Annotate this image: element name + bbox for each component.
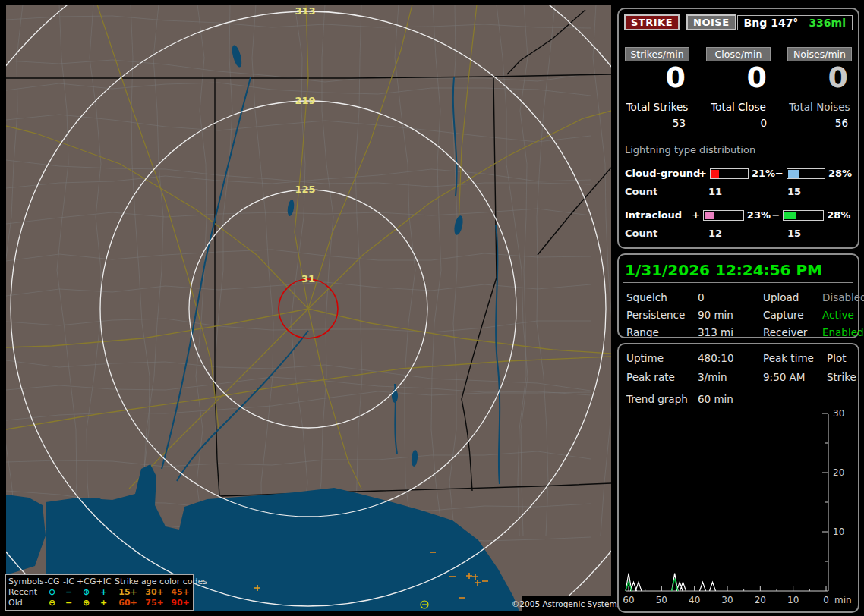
peak-time-value: 9:50 AM xyxy=(763,371,827,383)
receiver-status-panel: 1/31/2026 12:24:56 PM Squelch 0 Upload D… xyxy=(617,253,859,338)
distribution-title: Lightning type distribution xyxy=(625,144,852,159)
datetime-display: 1/31/2026 12:24:56 PM xyxy=(625,261,852,279)
legend-col-pic: +IC xyxy=(96,577,112,587)
session-grid: Uptime 480:10 Peak time Plot Peak rate 3… xyxy=(626,352,858,383)
intracloud-count-row: Count 12 15 xyxy=(625,228,852,239)
plus-icon: + xyxy=(96,598,112,608)
close-per-min-button[interactable]: Close/min xyxy=(706,47,771,61)
svg-text:min: min xyxy=(834,595,852,605)
peak-rate-label: Peak rate xyxy=(626,371,698,383)
map-legend: Symbols -CG -IC +CG +IC Strike age color… xyxy=(5,574,194,611)
plus-sign: + xyxy=(698,168,707,179)
minus-sign: − xyxy=(775,168,784,179)
intracloud-row: Intracloud + 23% − 28% xyxy=(625,209,852,221)
minus-sign: − xyxy=(772,209,780,221)
peak-rate-value: 3/min xyxy=(698,371,763,383)
strikes-per-min-button[interactable]: Strikes/min xyxy=(625,47,689,61)
persistence-value: 90 min xyxy=(698,309,763,321)
lightning-map[interactable]: 313 219 125 31 Symbols -CG -IC +CG +IC S… xyxy=(6,5,611,611)
lightning-distribution: Lightning type distribution Cloud-ground… xyxy=(625,144,852,239)
cloud-ground-label: Cloud-ground xyxy=(625,168,698,179)
svg-text:30: 30 xyxy=(833,408,844,419)
noise-mode-button[interactable]: NOISE xyxy=(686,14,736,30)
svg-text:30: 30 xyxy=(721,595,733,605)
circle-plus-icon: ⊕ xyxy=(77,587,96,598)
ic-count-label: Count xyxy=(625,228,708,239)
plot-label: Plot xyxy=(827,352,858,364)
total-strikes-label: Total Strikes xyxy=(625,101,689,113)
capture-label: Capture xyxy=(763,309,822,321)
copyright-notice: ©2005 Astrogenic Systems xyxy=(522,596,611,611)
trend-window-value: 60 min xyxy=(698,393,733,405)
plot-mode-value: Strike xyxy=(827,371,858,383)
cg-positive-count: 11 xyxy=(708,186,787,197)
cloud-ground-row: Cloud-ground + 21% − 28% xyxy=(625,168,852,179)
age-15: 15+ xyxy=(115,587,141,598)
rate-counters: Strikes/min 0 Total Strikes 53 Close/min… xyxy=(625,47,852,129)
nexstorm-window: 313 219 125 31 Symbols -CG -IC +CG +IC S… xyxy=(0,0,864,616)
svg-text:0: 0 xyxy=(823,595,829,605)
strikes-counter-column: Strikes/min 0 Total Strikes 53 xyxy=(625,47,689,129)
svg-text:60: 60 xyxy=(623,595,634,605)
legend-col-pcg: +CG xyxy=(77,577,96,587)
ic-positive-pct: 23% xyxy=(747,209,772,221)
legend-col-ncg: -CG xyxy=(43,577,61,587)
circle-minus-icon: ⊖ xyxy=(43,587,61,598)
legend-age-header: Strike age color codes xyxy=(112,577,193,587)
ic-positive-bar xyxy=(703,210,744,221)
svg-text:40: 40 xyxy=(689,595,700,605)
range-label-31: 31 xyxy=(301,273,315,284)
legend-symbols-header: Symbols xyxy=(8,577,43,587)
upload-value: Disabled xyxy=(822,291,864,303)
age-60: 60+ xyxy=(115,598,141,608)
ic-negative-bar xyxy=(783,210,824,221)
total-close-label: Total Close xyxy=(706,101,771,113)
ic-positive-count: 12 xyxy=(708,228,787,239)
age-45: 45+ xyxy=(168,587,193,598)
ic-negative-count: 15 xyxy=(787,228,801,239)
svg-text:10: 10 xyxy=(787,595,799,605)
legend-col-nic: -IC xyxy=(61,577,77,587)
trend-graph-chart: 1020300102030405060min xyxy=(619,407,859,611)
noises-per-min-button[interactable]: Noises/min xyxy=(787,47,852,61)
total-strikes-value: 53 xyxy=(625,117,689,129)
svg-text:20: 20 xyxy=(755,595,766,605)
cg-negative-bar xyxy=(787,168,825,179)
strike-mode-button[interactable]: STRIKE xyxy=(624,14,680,30)
squelch-label: Squelch xyxy=(626,291,698,303)
legend-recent-row: Recent ⊖ − ⊕ + 15+ 30+ 45+ xyxy=(8,587,191,598)
age-90: 90+ xyxy=(168,598,193,608)
upload-label: Upload xyxy=(763,291,822,303)
svg-text:50: 50 xyxy=(656,595,667,605)
svg-text:10: 10 xyxy=(833,526,844,537)
plus-sign: + xyxy=(692,209,700,221)
cg-negative-pct: 28% xyxy=(828,168,852,179)
cg-count-label: Count xyxy=(625,186,708,197)
squelch-value: 0 xyxy=(698,291,763,303)
age-75: 75+ xyxy=(141,598,168,608)
range-value: 313 mi xyxy=(698,326,763,338)
peak-time-label: Peak time xyxy=(763,352,827,364)
trend-graph-row: Trend graph 60 min xyxy=(626,393,858,405)
circle-plus-icon: ⊕ xyxy=(77,598,96,608)
receiver-value: Enabled xyxy=(822,326,864,338)
strikes-rate-value: 0 xyxy=(625,63,689,92)
total-noises-label: Total Noises xyxy=(787,101,852,113)
cg-positive-pct: 21% xyxy=(752,168,775,179)
map-canvas[interactable]: 313 219 125 31 xyxy=(6,5,611,611)
minus-icon: − xyxy=(61,587,77,598)
status-grid: Squelch 0 Upload Disabled Persistence 90… xyxy=(626,291,858,338)
noises-counter-column: Noises/min 0 Total Noises 56 xyxy=(787,47,852,129)
capture-value: Active xyxy=(822,309,864,321)
range-label-313: 313 xyxy=(295,5,315,17)
total-close-value: 0 xyxy=(706,117,771,129)
noises-rate-value: 0 xyxy=(787,63,852,92)
bearing-degrees: Bng 147° xyxy=(744,17,799,29)
intracloud-label: Intracloud xyxy=(625,209,692,221)
age-30: 30+ xyxy=(141,587,168,598)
legend-old-label: Old xyxy=(8,598,43,608)
datetime-divider xyxy=(623,282,853,283)
minus-icon: − xyxy=(61,598,77,608)
svg-text:20: 20 xyxy=(833,467,844,478)
mode-button-row: STRIKE NOISE Bng 147° 336mi xyxy=(624,14,853,30)
